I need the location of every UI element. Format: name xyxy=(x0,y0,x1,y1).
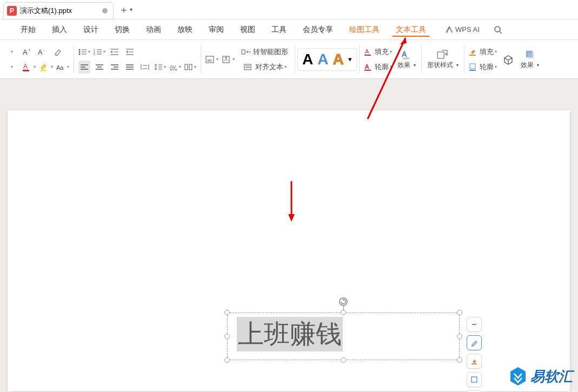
float-edit-button[interactable] xyxy=(467,335,482,350)
app-icon: P xyxy=(7,6,17,16)
cube-icon xyxy=(502,54,514,65)
menu-bar: 开始 插入 设计 切换 动画 放映 审阅 视图 工具 会员专享 绘图工具 文本工… xyxy=(0,19,578,40)
textbox-selection[interactable]: 上班赚钱 xyxy=(227,313,460,360)
wordart-style-3[interactable]: A xyxy=(333,51,343,68)
menu-draw-tools[interactable]: 绘图工具 xyxy=(346,23,383,37)
svg-line-1 xyxy=(500,31,502,34)
shape-fill-button[interactable]: 填充▾ xyxy=(469,45,497,58)
svg-text:AV: AV xyxy=(170,64,176,70)
highlight-icon[interactable]: ▾ xyxy=(39,61,53,74)
convert-smartshape-button[interactable]: 转智能图形 xyxy=(239,45,290,58)
filename: 演示文稿(1).pptx xyxy=(20,6,72,16)
menu-design[interactable]: 设计 xyxy=(80,23,102,37)
handle-e[interactable] xyxy=(457,334,462,339)
increase-indent-icon[interactable] xyxy=(124,45,136,58)
align-left-icon[interactable] xyxy=(78,61,90,74)
aligntext-icon xyxy=(243,63,253,71)
svg-text:A: A xyxy=(365,63,369,70)
shape-style-icon xyxy=(436,49,449,61)
align-text-button[interactable]: 对齐文本▾ xyxy=(239,61,290,74)
svg-text:A: A xyxy=(365,48,369,55)
svg-rect-61 xyxy=(364,55,371,56)
svg-rect-63 xyxy=(364,70,371,71)
svg-rect-67 xyxy=(469,55,476,56)
shape-3d-button[interactable] xyxy=(499,52,517,67)
menu-animation[interactable]: 动画 xyxy=(143,23,164,37)
float-collapse-button[interactable] xyxy=(467,317,482,332)
increase-font-icon[interactable]: A+ xyxy=(22,45,34,58)
handle-sw[interactable] xyxy=(224,357,230,363)
columns-icon[interactable]: ▾ xyxy=(184,61,196,74)
wps-ai[interactable]: WPS AI xyxy=(446,25,480,34)
floating-toolbar xyxy=(467,317,482,392)
svg-rect-74 xyxy=(471,377,477,382)
document-tab[interactable]: P 演示文稿(1).pptx xyxy=(3,2,114,19)
menu-view[interactable]: 视图 xyxy=(237,23,258,37)
decrease-font-icon[interactable]: A- xyxy=(37,45,49,58)
menu-member[interactable]: 会员专享 xyxy=(300,23,336,37)
rotate-handle[interactable] xyxy=(339,297,348,306)
textbox-content[interactable]: 上班赚钱 xyxy=(237,317,343,351)
handle-w[interactable] xyxy=(224,334,230,339)
change-case-icon[interactable]: Aa▾ xyxy=(56,61,69,74)
shape-outline-button[interactable]: 轮廓▾ xyxy=(469,61,497,74)
svg-text:3: 3 xyxy=(94,52,95,56)
shape-fill-icon xyxy=(469,48,477,56)
menu-slideshow[interactable]: 放映 xyxy=(174,23,196,37)
float-outline-button[interactable] xyxy=(467,372,482,387)
shape-effect-icon xyxy=(524,49,536,61)
shape-style-button[interactable]: 形状样式▾ xyxy=(424,48,462,71)
char-spacing-icon[interactable]: AV▾ xyxy=(169,61,181,74)
float-fill-button[interactable] xyxy=(467,354,482,369)
smartshape-icon xyxy=(241,48,251,56)
handle-ne[interactable] xyxy=(457,310,462,315)
menu-insert[interactable]: 插入 xyxy=(49,23,70,37)
svg-text:A: A xyxy=(23,63,28,70)
distribute-icon[interactable] xyxy=(139,61,151,74)
font-color-icon[interactable]: A▾ xyxy=(22,61,36,74)
decrease-indent-icon[interactable] xyxy=(109,45,121,58)
svg-text:-: - xyxy=(43,48,45,52)
svg-point-65 xyxy=(402,57,410,59)
handle-n[interactable] xyxy=(341,310,346,315)
text-effect-button[interactable]: A 效果▾ xyxy=(394,48,419,71)
svg-rect-69 xyxy=(469,70,476,71)
handle-se[interactable] xyxy=(457,357,462,363)
text-fill-icon: A xyxy=(364,48,373,56)
wordart-style-1[interactable]: A xyxy=(302,51,313,68)
font-dropdown[interactable]: ▾ xyxy=(5,45,17,58)
svg-text:A: A xyxy=(23,48,28,56)
svg-rect-9 xyxy=(40,70,46,71)
text-direction-icon[interactable]: ab▾ xyxy=(205,53,218,66)
search-icon[interactable] xyxy=(494,25,502,34)
new-tab-button[interactable]: ＋▾ xyxy=(118,2,133,17)
menu-review[interactable]: 审阅 xyxy=(205,23,227,37)
align-center-icon[interactable] xyxy=(94,61,105,74)
shape-effect-button[interactable]: 效果▾ xyxy=(517,48,542,71)
clear-format-icon[interactable] xyxy=(52,45,64,58)
bullets-icon[interactable]: ▾ xyxy=(78,45,90,58)
wordart-more-icon[interactable]: ▾ xyxy=(348,55,352,63)
handle-nw[interactable] xyxy=(224,310,230,315)
wordart-style-2[interactable]: A xyxy=(317,51,328,68)
align-right-icon[interactable] xyxy=(109,61,121,74)
svg-rect-49 xyxy=(185,64,188,70)
text-outline-button[interactable]: A 轮廓▾ xyxy=(364,61,392,74)
watermark: 易软汇 xyxy=(509,366,573,387)
svg-rect-55 xyxy=(242,50,245,54)
menu-tools[interactable]: 工具 xyxy=(268,23,290,37)
canvas-area[interactable]: 上班赚钱 xyxy=(0,79,578,392)
font-dropdown2[interactable]: ▾ xyxy=(5,61,17,74)
text-fill-button[interactable]: A 填充▾ xyxy=(364,45,392,58)
wordart-gallery[interactable]: A A A ▾ xyxy=(297,48,357,71)
svg-text:Aa: Aa xyxy=(56,64,64,71)
line-spacing-icon[interactable]: ▾ xyxy=(154,61,166,74)
menu-transition[interactable]: 切换 xyxy=(111,23,133,37)
vertical-align-icon[interactable]: A▾ xyxy=(222,53,235,66)
align-justify-icon[interactable] xyxy=(124,61,136,74)
tab-modified-dot[interactable] xyxy=(102,8,108,14)
numbering-icon[interactable]: 123▾ xyxy=(94,45,105,58)
handle-s[interactable] xyxy=(341,357,346,363)
menu-start[interactable]: 开始 xyxy=(17,23,39,37)
menu-text-tools[interactable]: 文本工具 xyxy=(393,23,429,37)
